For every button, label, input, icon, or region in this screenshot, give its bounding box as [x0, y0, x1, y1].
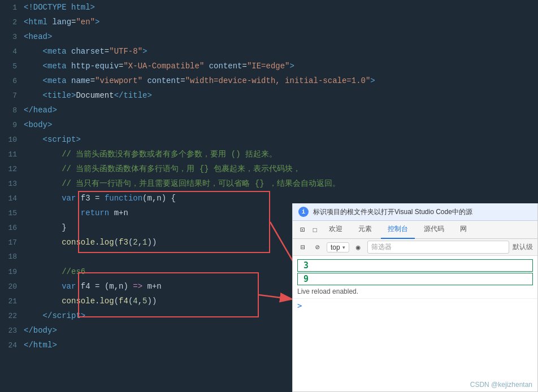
line-number: 5 [0, 59, 24, 74]
line-content: <head> [24, 29, 538, 44]
code-line: 1<!DOCTYPE html> [0, 0, 538, 15]
context-label: top [331, 243, 340, 251]
console-output-9: 9 [297, 273, 533, 285]
filter-input[interactable]: 筛选器 [367, 241, 509, 254]
line-number: 24 [0, 338, 24, 353]
tab-elements[interactable]: 元素 [352, 221, 379, 239]
mobile-icon[interactable]: ☐ [310, 225, 320, 235]
block-icon[interactable]: ⊘ [312, 242, 323, 253]
line-number: 16 [0, 221, 24, 236]
tab-network[interactable]: 网 [453, 221, 474, 239]
line-content: // 当只有一行语句，并且需要返回结果时，可以省略 {} ，结果会自动返回。 [24, 176, 538, 191]
tab-console[interactable]: 控制台 [381, 221, 415, 239]
line-content: <title>Document</title> [24, 88, 538, 103]
code-line: 4 <meta charset="UTF-8"> [0, 44, 538, 59]
default-label: 默认级 [513, 242, 533, 252]
line-number: 2 [0, 15, 24, 30]
line-number: 9 [0, 118, 24, 133]
code-line: 12 // 当箭头函数函数体有多行语句，用 {} 包裹起来，表示代码块， [0, 162, 538, 176]
tab-sources[interactable]: 源代码 [417, 221, 451, 239]
code-line: 9<body> [0, 117, 538, 132]
line-content: // 当箭头函数没有参数或者有多个参数，要用 () 括起来。 [24, 147, 538, 162]
context-selector[interactable]: top ▾ [327, 242, 349, 252]
line-content: </head> [24, 103, 538, 117]
code-line: 8</head> [0, 103, 538, 117]
chevron-down-icon: ▾ [342, 245, 345, 250]
code-line: 13 // 当只有一行语句，并且需要返回结果时，可以省略 {} ，结果会自动返回… [0, 176, 538, 191]
code-editor: 1<!DOCTYPE html>2<html lang="en">3<head>… [0, 0, 538, 392]
info-icon: i [298, 207, 309, 217]
line-content: // 当箭头函数函数体有多行语句，用 {} 包裹起来，表示代码块， [24, 162, 538, 176]
devtools-panel: i 标识项目的根文件夹以打开Visual Studio Code中的源 ⊡ ☐ … [292, 203, 538, 392]
line-number: 4 [0, 45, 24, 59]
line-content: <meta charset="UTF-8"> [24, 44, 538, 59]
line-number: 12 [0, 162, 24, 177]
line-content: <script> [24, 132, 538, 147]
tab-welcome[interactable]: 欢迎 [322, 221, 349, 239]
code-line: 7 <title>Document</title> [0, 88, 538, 103]
clear-console-button[interactable]: ⊟ [297, 242, 309, 253]
devtools-info-bar: i 标识项目的根文件夹以打开Visual Studio Code中的源 [293, 203, 537, 221]
line-number: 6 [0, 74, 24, 89]
eye-icon[interactable]: ◉ [353, 242, 364, 253]
console-prompt[interactable]: > [293, 299, 537, 312]
line-content: <meta name="viewport" content="width=dev… [24, 73, 538, 88]
line-number: 22 [0, 309, 24, 324]
line-number: 23 [0, 324, 24, 338]
live-reload-text: Live reload enabled. [297, 288, 358, 295]
code-line: 2<html lang="en"> [0, 15, 538, 29]
line-number: 20 [0, 280, 24, 294]
line-content: <html lang="en"> [24, 15, 538, 29]
line-number: 11 [0, 147, 24, 162]
line-number: 10 [0, 133, 24, 147]
line-number: 3 [0, 30, 24, 45]
line-number: 14 [0, 191, 24, 206]
line-number: 7 [0, 89, 24, 103]
cursor-icon[interactable]: ⊡ [297, 225, 307, 235]
info-text: 标识项目的根文件夹以打开Visual Studio Code中的源 [313, 207, 472, 217]
console-output-3: 3 [297, 259, 533, 272]
line-number: 15 [0, 206, 24, 221]
line-content: <body> [24, 117, 538, 132]
code-line: 3<head> [0, 29, 538, 44]
console-live-reload: Live reload enabled. [293, 286, 537, 299]
line-content: <meta http-equiv="X-UA-Compatible" conte… [24, 59, 538, 73]
line-number: 13 [0, 177, 24, 191]
devtools-toolbar: ⊟ ⊘ top ▾ ◉ 筛选器 默认级 [293, 239, 537, 256]
code-line: 5 <meta http-equiv="X-UA-Compatible" con… [0, 59, 538, 73]
line-content: <!DOCTYPE html> [24, 0, 538, 15]
code-line: 10 <script> [0, 132, 538, 147]
line-number: 1 [0, 1, 24, 15]
line-number: 17 [0, 236, 24, 250]
console-output: 3 9 Live reload enabled. > [293, 256, 537, 391]
line-number: 18 [0, 250, 24, 264]
code-line: 6 <meta name="viewport" content="width=d… [0, 73, 538, 88]
watermark: CSDN @kejizhentan [470, 381, 532, 389]
devtools-tabs-bar: ⊡ ☐ 欢迎 元素 控制台 源代码 网 [293, 221, 537, 239]
line-number: 8 [0, 103, 24, 118]
line-number: 21 [0, 294, 24, 309]
code-line: 11 // 当箭头函数没有参数或者有多个参数，要用 () 括起来。 [0, 147, 538, 162]
line-number: 19 [0, 265, 24, 280]
